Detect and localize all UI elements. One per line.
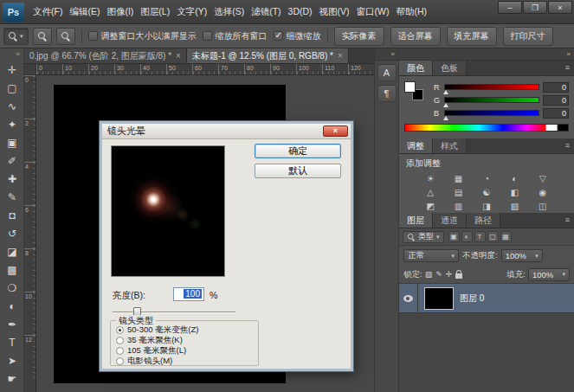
layer-filter-icon[interactable]: ▦ [500, 231, 512, 242]
options-button[interactable]: 实际像素 [334, 27, 384, 46]
toolbar-collapse-bar[interactable]: » [0, 48, 23, 61]
panel-menu-icon[interactable]: ≡ [565, 215, 570, 224]
adjustment-icon[interactable]: ☯ [473, 186, 500, 199]
panel-menu-icon[interactable]: ≡ [565, 63, 570, 72]
eyedropper-tool[interactable]: ✐ [0, 151, 24, 170]
filter-type-dropdown[interactable]: 类型 ▾ [403, 231, 444, 243]
eraser-tool[interactable]: ◪ [0, 242, 24, 260]
hand-tool[interactable]: ☛ [0, 370, 24, 388]
menu-item[interactable]: 视图(V) [316, 3, 353, 21]
adjustment-icon[interactable]: ◔ [473, 172, 500, 185]
channel-slider[interactable] [444, 97, 539, 103]
slider-track[interactable] [113, 312, 235, 313]
brightness-input[interactable]: 100 [173, 287, 204, 301]
adjustment-icon[interactable]: ◩ [416, 200, 444, 213]
document-tab[interactable]: 未标题-1 @ 12.5% (图层 0, RGB/8) * × [187, 48, 349, 63]
adjustment-icon[interactable]: ☀ [416, 172, 444, 185]
type-tool[interactable]: T [0, 333, 24, 351]
adjustment-icon[interactable]: ◫ [529, 200, 557, 213]
rectangular-marquee-tool[interactable]: ▢ [0, 79, 24, 97]
panel-tab[interactable]: 调整 [399, 138, 433, 153]
fill-input[interactable]: 100% ▾ [528, 268, 570, 281]
panel-tab[interactable]: 图层 [399, 213, 433, 228]
layer-thumbnail[interactable] [424, 287, 454, 310]
channel-slider-thumb[interactable] [443, 90, 448, 94]
layer-filter-icon[interactable]: ◐ [461, 231, 473, 242]
history-brush-tool[interactable]: ↺ [0, 224, 24, 242]
quick-selection-tool[interactable]: ✦ [0, 115, 24, 133]
path-selection-tool[interactable]: ➤ [0, 351, 24, 370]
options-checkbox[interactable]: 调整窗口大小以满屏显示 [88, 30, 197, 42]
vertical-ruler[interactable]: 024681012 [24, 75, 36, 392]
zoom-out-button[interactable] [56, 28, 75, 45]
menu-item[interactable]: 文字(Y) [173, 3, 210, 21]
adjustment-icon[interactable]: ◨ [473, 200, 500, 213]
panel-tab[interactable]: 颜色 [399, 61, 433, 75]
pen-tool[interactable]: ✒ [0, 315, 24, 333]
layer-filter-icon[interactable]: ▢ [487, 231, 499, 242]
menu-item[interactable]: 图层(L) [137, 3, 173, 21]
lock-move-icon[interactable]: ✛ [446, 270, 453, 279]
paragraph-panel-icon[interactable]: ¶ [377, 85, 397, 102]
menu-item[interactable]: 帮助(H) [393, 3, 431, 21]
panel-menu-icon[interactable]: ≡ [565, 141, 570, 150]
channel-slider[interactable] [444, 110, 539, 116]
channel-slider-thumb[interactable] [443, 103, 448, 107]
lens-type-option[interactable]: 35 毫米聚焦(K) [116, 336, 253, 345]
horizontal-ruler[interactable]: 0102030405060708090100110120 [36, 64, 374, 75]
foreground-color-swatch[interactable] [404, 81, 416, 93]
minimize-button[interactable]: – [498, 1, 522, 14]
color-spectrum-ramp[interactable] [404, 124, 569, 132]
blend-mode-select[interactable]: 正常 ▾ [403, 249, 459, 262]
ruler-corner[interactable] [24, 64, 36, 75]
flare-center-handle[interactable] [152, 198, 155, 201]
gradient-tool[interactable]: ▩ [0, 260, 24, 279]
panel-tab[interactable]: 样式 [433, 138, 467, 153]
adjustment-icon[interactable]: ▤ [444, 186, 472, 199]
adjustment-icon[interactable]: ◧ [500, 186, 528, 199]
visibility-toggle[interactable] [399, 284, 418, 312]
lens-flare-preview[interactable] [111, 145, 225, 277]
close-icon[interactable]: × [176, 51, 181, 61]
dialog-close-button[interactable]: × [323, 125, 348, 137]
lock-all-icon[interactable] [455, 273, 462, 279]
zoom-in-button[interactable] [33, 28, 52, 45]
menu-item[interactable]: 图像(I) [103, 3, 137, 21]
panel-tab[interactable]: 路径 [467, 213, 500, 228]
brush-tool[interactable]: ✎ [0, 188, 24, 206]
adjustment-icon[interactable]: ◉ [529, 186, 557, 199]
options-checkbox[interactable]: 缩放所有窗口 [203, 30, 268, 42]
menu-item[interactable]: 3D(D) [285, 3, 316, 21]
menu-item[interactable]: 滤镜(T) [248, 3, 284, 21]
lock-paint-icon[interactable]: ✎ [435, 270, 442, 279]
zoom-tool-preset[interactable]: ▾ [3, 28, 29, 45]
options-checkbox[interactable]: 细微缩放 [274, 30, 321, 42]
lens-type-option[interactable]: 电影镜头(M) [116, 357, 253, 366]
options-button[interactable]: 填充屏幕 [447, 27, 497, 46]
channel-slider-thumb[interactable] [443, 116, 448, 120]
blur-tool[interactable]: ❍ [0, 279, 24, 297]
adjustment-icon[interactable]: ▦ [444, 172, 472, 185]
channel-value[interactable]: 0 [543, 95, 569, 106]
adjustment-icon[interactable]: ▽ [529, 172, 557, 185]
channel-slider[interactable] [444, 84, 539, 90]
options-button[interactable]: 打印尺寸 [503, 27, 553, 46]
layer-filter-icon[interactable]: ▣ [448, 231, 460, 242]
channel-value[interactable]: 0 [543, 82, 569, 93]
layer-row[interactable]: 图层 0 [399, 284, 574, 313]
layer-filter-icon[interactable]: T [474, 231, 486, 242]
menu-item[interactable]: 编辑(E) [66, 3, 103, 21]
menu-item[interactable]: 文件(F) [29, 3, 66, 21]
channel-value[interactable]: 0 [543, 108, 569, 119]
crop-tool[interactable]: ▣ [0, 133, 24, 151]
close-icon[interactable]: × [338, 51, 343, 61]
healing-brush-tool[interactable]: ✚ [0, 170, 24, 188]
opacity-input[interactable]: 100% ▾ [501, 249, 543, 262]
adjustment-icon[interactable]: ◐ [500, 172, 528, 185]
menu-item[interactable]: 窗口(W) [353, 3, 393, 21]
dodge-tool[interactable]: ◐ [0, 297, 24, 315]
default-button[interactable]: 默认 [255, 164, 341, 178]
character-panel-icon[interactable]: A [377, 64, 397, 81]
clone-stamp-tool[interactable]: ◘ [0, 206, 24, 224]
move-tool[interactable]: ✛ [0, 61, 24, 79]
